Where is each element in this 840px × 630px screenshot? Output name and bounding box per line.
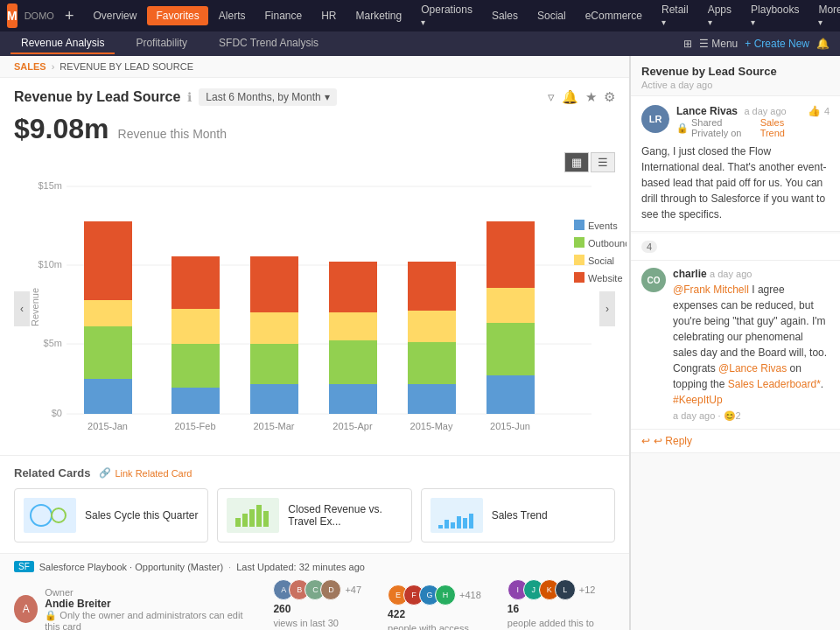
keepitup-link[interactable]: #KeepItUp: [673, 394, 723, 406]
date-filter[interactable]: Last 6 Months, by Month ▾: [199, 88, 336, 106]
svg-text:Revenue: Revenue: [32, 288, 40, 326]
bar-jan-social: [84, 300, 132, 326]
subnav-revenue[interactable]: Revenue Analysis: [10, 33, 115, 54]
closed-revenue-mini-chart: [231, 500, 275, 531]
comment-footer: a day ago · 😊2: [673, 410, 830, 422]
card-actions: ▿ 🔔 ★ ⚙: [548, 89, 615, 105]
star-icon[interactable]: ★: [585, 89, 597, 105]
chevron-down-icon: ▾: [325, 91, 330, 103]
favorites-label: people added this to favorites: [508, 618, 615, 630]
chart-nav-right[interactable]: ›: [599, 291, 615, 326]
subnav-profitability[interactable]: Profitability: [125, 33, 198, 54]
grid-view-icon[interactable]: ⊞: [683, 38, 692, 50]
nav-alerts[interactable]: Alerts: [210, 6, 255, 25]
reply-count-badge[interactable]: 4: [641, 241, 657, 253]
reply-button[interactable]: ↩ ↩ Reply: [631, 430, 840, 453]
nav-retail[interactable]: Retail: [653, 0, 697, 32]
access-avatars: E F G H +418: [388, 584, 481, 606]
svg-rect-25: [235, 518, 241, 527]
breadcrumb: SALES › REVENUE BY LEAD SOURCE: [0, 56, 629, 78]
sales-leaderboard-link[interactable]: Sales Leaderboard*: [728, 378, 821, 390]
svg-text:Social: Social: [588, 256, 614, 266]
views-count: 260: [273, 603, 361, 615]
bar-jan-outbound: [84, 326, 132, 379]
mention-lance[interactable]: @Lance Rivas: [718, 362, 787, 374]
bar-jun-social: [486, 288, 535, 323]
emoji-reactions: · 😊2: [718, 410, 740, 421]
create-new-btn[interactable]: + Create New: [745, 38, 809, 50]
bar-apr-social: [329, 312, 377, 340]
mention-frank[interactable]: @Frank Mitchell: [673, 284, 749, 296]
gear-settings-icon[interactable]: ⚙: [604, 89, 615, 105]
domo-logo: M: [7, 4, 18, 28]
nav-hr[interactable]: HR: [312, 6, 345, 25]
nav-ecommerce[interactable]: eCommerce: [577, 6, 651, 25]
svg-text:2015-Feb: 2015-Feb: [174, 421, 215, 431]
list-view-btn[interactable]: ☰: [591, 152, 615, 172]
related-card-closed-revenue[interactable]: Closed Revenue vs. Travel Ex...: [217, 488, 411, 542]
footer-separator: ·: [228, 562, 231, 572]
bar-jan-events: [84, 379, 132, 414]
bar-apr-events: [329, 384, 377, 414]
buzz-panel: Revenue by Lead Source Active a day ago …: [630, 56, 840, 630]
link-related-label: Link Related Card: [115, 468, 192, 479]
alert-bell-icon[interactable]: 🔔: [562, 89, 578, 105]
nav-sales[interactable]: Sales: [483, 6, 527, 25]
filter-icon[interactable]: ▿: [548, 89, 555, 105]
related-card-title-3: Sales Trend: [492, 509, 548, 522]
svg-rect-35: [469, 514, 473, 528]
link-icon: 🔗: [99, 467, 111, 479]
metric-label: Revenue this Month: [118, 127, 228, 141]
sfdc-label: Salesforce Playbook · Opportunity (Maste…: [39, 562, 223, 572]
bar-feb-website: [172, 256, 220, 309]
buzz-author-avatar-1: LR: [641, 105, 669, 133]
link-related-btn[interactable]: 🔗 Link Related Card: [99, 467, 192, 479]
svg-text:$5m: $5m: [44, 338, 62, 348]
breadcrumb-parent[interactable]: SALES: [14, 61, 46, 72]
buzz-post-body-1: Gang, I just closed the Flow Internation…: [641, 144, 830, 222]
views-stat: A B C D +47 260 views in last 30 days: [273, 579, 361, 630]
views-plus: +47: [345, 584, 361, 595]
fav-avatar-4: L: [555, 579, 576, 600]
nav-finance[interactable]: Finance: [256, 6, 311, 25]
reply-icon: ↩: [641, 435, 650, 447]
card-title: Revenue by Lead Source: [14, 89, 180, 105]
buzz-shared-link-1[interactable]: Sales Trend: [760, 117, 801, 138]
nav-more[interactable]: More: [809, 0, 840, 32]
related-cards-header: Related Cards 🔗 Link Related Card: [14, 466, 615, 480]
nav-social[interactable]: Social: [528, 6, 575, 25]
related-card-sales-trend[interactable]: Sales Trend: [421, 488, 615, 542]
nav-favorites[interactable]: Favorites: [147, 6, 207, 25]
buzz-shared-1: 🔒 Shared Privately on Sales Trend: [676, 117, 801, 138]
info-icon[interactable]: ℹ: [187, 90, 192, 104]
related-card-sales-cycle[interactable]: Sales Cycle this Quarter: [14, 488, 208, 542]
chart-nav-left[interactable]: ‹: [14, 291, 30, 326]
nav-playbooks[interactable]: Playbooks: [742, 0, 808, 32]
bar-chart: $15m $10m $5m $0 Revenue: [32, 176, 626, 438]
buzz-time-1: a day ago: [744, 106, 786, 116]
svg-rect-21: [574, 272, 584, 283]
bar-chart-btn[interactable]: ▦: [564, 152, 589, 172]
bar-jun-events: [486, 375, 535, 414]
svg-text:$10m: $10m: [38, 259, 62, 270]
bar-may-website: [408, 262, 456, 311]
add-button[interactable]: +: [65, 7, 74, 25]
menu-icon[interactable]: ☰ Menu: [699, 38, 738, 50]
lock-small-icon: 🔒: [676, 122, 689, 134]
notification-icon[interactable]: 🔔: [816, 38, 830, 50]
bar-feb-events: [172, 388, 220, 414]
thumbs-up-icon[interactable]: 👍: [808, 105, 821, 117]
svg-text:2015-Jun: 2015-Jun: [490, 421, 530, 431]
bar-apr-outbound: [329, 340, 377, 384]
nav-apps[interactable]: Apps: [699, 0, 740, 32]
nav-marketing[interactable]: Marketing: [347, 6, 411, 25]
nav-overview[interactable]: Overview: [84, 6, 145, 25]
nav-operations[interactable]: Operations: [412, 0, 481, 32]
svg-text:Outbound: Outbound: [588, 238, 626, 248]
subnav-sfdc[interactable]: SFDC Trend Analysis: [208, 33, 329, 54]
sales-trend-mini-chart: [435, 500, 479, 531]
chart-container: ‹ › $15m $10m $5m $0 Revenue: [14, 176, 615, 441]
bar-jun-outbound: [486, 323, 535, 375]
bar-mar-events: [250, 384, 298, 414]
owner-name: Andie Breiter: [45, 598, 247, 610]
